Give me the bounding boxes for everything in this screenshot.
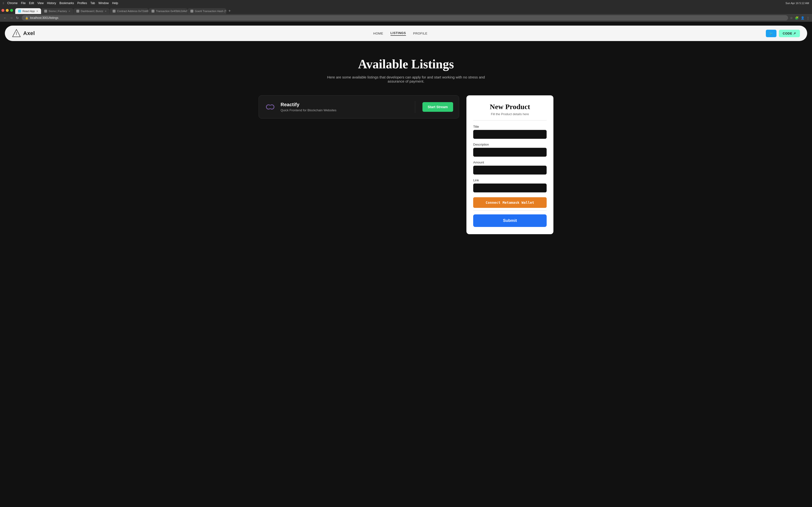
form-title: New Product [473, 103, 547, 111]
menu-history[interactable]: History [47, 1, 56, 5]
description-label: Description [473, 143, 547, 146]
hero-section: Available Listings Here are some availab… [0, 45, 812, 91]
twitter-icon: 🐦 [769, 32, 773, 35]
link-label: Link [473, 178, 547, 182]
svg-rect-4 [268, 106, 272, 108]
tab-bar: React App ✕ Sismo | Factory ✕ Dashboard … [0, 6, 812, 14]
form-divider-bottom [473, 210, 547, 211]
menu-tab[interactable]: Tab [90, 1, 95, 5]
link-input[interactable] [473, 183, 547, 192]
menu-icon[interactable]: ⋮ [806, 16, 810, 20]
os-time: Sun Apr 16 5:12 AM [785, 2, 809, 5]
app-container: Axel HOME LISTINGS PROFILE 🐦 CODE ↗ Avai… [0, 25, 812, 507]
address-bar-icons: ☆ 🧩 👤 ⋮ [790, 16, 810, 20]
chrome-browser-header: React App ✕ Sismo | Factory ✕ Dashboard … [0, 6, 812, 22]
listing-icon [265, 101, 276, 113]
address-bar-row: ← → ↻ 🔒 localhost:3001/listings ☆ 🧩 👤 ⋮ [0, 14, 812, 22]
main-nav: Axel HOME LISTINGS PROFILE 🐦 CODE ↗ [5, 25, 807, 41]
listings-column: Reactify Quick Frontend for Blockchain W… [259, 95, 459, 234]
form-group-title: Title [473, 125, 547, 139]
menu-chrome[interactable]: Chrome [7, 1, 18, 5]
tab-close-icon[interactable]: ✕ [68, 10, 70, 12]
submit-button[interactable]: Submit [473, 214, 547, 227]
window-maximize-btn[interactable] [10, 9, 13, 12]
url-text: localhost:3001/listings [30, 16, 58, 19]
nav-listings[interactable]: LISTINGS [391, 31, 406, 36]
product-form: New Product Fill the Product details her… [466, 95, 553, 234]
listing-description: Quick Frontend for Blockchain Websites [281, 108, 408, 112]
tab-sismo[interactable]: Sismo | Factory ✕ [41, 8, 73, 14]
tab-close-icon[interactable]: ✕ [36, 10, 38, 12]
nav-buttons: 🐦 CODE ↗ [766, 30, 800, 37]
hero-title: Available Listings [5, 57, 807, 71]
window-minimize-btn[interactable] [6, 9, 9, 12]
menu-help[interactable]: Help [112, 1, 118, 5]
listing-title: Reactify [281, 102, 408, 107]
title-label: Title [473, 125, 547, 128]
nav-profile[interactable]: PROFILE [413, 32, 427, 35]
back-button[interactable]: ← [2, 15, 8, 20]
code-button[interactable]: CODE ↗ [779, 30, 800, 37]
listing-card: Reactify Quick Frontend for Blockchain W… [259, 95, 459, 119]
bookmark-icon[interactable]: ☆ [790, 16, 793, 20]
os-menu-bar:  Chrome File Edit View History Bookmark… [0, 0, 812, 6]
nav-home[interactable]: HOME [373, 32, 383, 35]
connect-metamask-button[interactable]: Connect Metamask Wallet [473, 197, 547, 208]
reload-button[interactable]: ↻ [15, 15, 20, 20]
tab-bunzz[interactable]: Dashboard | Bunzz ✕ [73, 8, 109, 14]
menu-profiles[interactable]: Profiles [77, 1, 87, 5]
menu-bookmarks[interactable]: Bookmarks [59, 1, 74, 5]
address-field[interactable]: 🔒 localhost:3001/listings [22, 15, 788, 20]
tab-react-app[interactable]: React App ✕ [15, 8, 41, 14]
amount-input[interactable] [473, 166, 547, 175]
new-product-form-column: New Product Fill the Product details her… [466, 95, 553, 234]
tab-goerli[interactable]: Goerli Transaction Hash (Txha... ✕ [188, 8, 226, 14]
content-area: Reactify Quick Frontend for Blockchain W… [249, 91, 563, 244]
menu-file[interactable]: File [21, 1, 26, 5]
extension-icon[interactable]: 🧩 [795, 16, 799, 20]
logo-text: Axel [23, 30, 35, 37]
nav-logo: Axel [12, 29, 35, 38]
twitter-button[interactable]: 🐦 [766, 30, 776, 37]
logo-icon [12, 29, 21, 38]
hero-subtitle: Here are some available listings that de… [321, 75, 491, 83]
account-icon[interactable]: 👤 [801, 16, 805, 20]
menu-view[interactable]: View [38, 1, 44, 5]
forward-button[interactable]: → [9, 15, 14, 20]
amount-label: Amount [473, 161, 547, 164]
title-input[interactable] [473, 130, 547, 139]
tab-contract[interactable]: Contract Address 0x72dd8c2... ✕ [110, 8, 148, 14]
tab-transaction[interactable]: Transaction 0x4f3bfc2d4e5e1... ✕ [149, 8, 187, 14]
description-input[interactable] [473, 148, 547, 157]
tab-close-icon[interactable]: ✕ [105, 10, 107, 12]
form-group-amount: Amount [473, 161, 547, 175]
apple-menu[interactable]:  [3, 2, 4, 5]
form-subtitle: Fill the Product details here [473, 112, 547, 116]
menu-window[interactable]: Window [98, 1, 109, 5]
new-tab-button[interactable]: + [226, 8, 233, 14]
start-stream-button[interactable]: Start Stream [422, 102, 453, 112]
menu-edit[interactable]: Edit [29, 1, 34, 5]
listing-info: Reactify Quick Frontend for Blockchain W… [281, 102, 408, 112]
window-close-btn[interactable] [1, 9, 4, 12]
nav-links: HOME LISTINGS PROFILE [373, 31, 427, 36]
form-group-link: Link [473, 178, 547, 192]
form-group-description: Description [473, 143, 547, 157]
